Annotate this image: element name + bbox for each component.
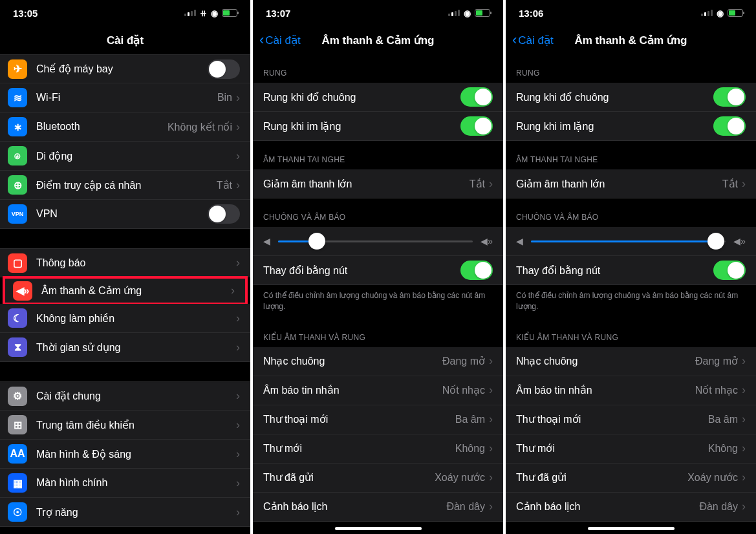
row-label: Rung khi im lặng — [516, 120, 713, 133]
toggle-switch[interactable] — [460, 261, 493, 280]
cellular-row[interactable]: ⍟Di động› — [0, 142, 250, 171]
display-row-icon: AA — [8, 444, 27, 464]
chevron-right-icon: › — [236, 341, 240, 354]
status-time: 13:05 — [13, 8, 38, 19]
sounds-row[interactable]: ◀»Âm thanh & Cảm ứng› — [3, 276, 248, 305]
sent-mail-row[interactable]: Thư đã gửiXoáy nước› — [506, 464, 756, 493]
general-row[interactable]: ⚙Cài đặt chung› — [0, 381, 250, 411]
notifications-row[interactable]: ▢Thông báo› — [0, 248, 250, 277]
row-value: Đàn dây — [699, 501, 738, 512]
chevron-right-icon: › — [742, 471, 746, 484]
row-label: Âm thanh & Cảm ứng — [41, 284, 231, 297]
row-label: VPN — [36, 208, 208, 220]
bluetooth-row[interactable]: ∗BluetoothKhông kết nối› — [0, 112, 250, 142]
homescreen-row[interactable]: ▦Màn hình chính› — [0, 469, 250, 498]
chevron-right-icon: › — [489, 354, 493, 367]
slider-thumb[interactable] — [707, 233, 724, 250]
toggle-switch[interactable] — [460, 116, 493, 136]
row-value: Đang mở — [442, 356, 485, 367]
hotspot-row[interactable]: ⊕Điểm truy cập cá nhânTắt› — [0, 171, 250, 200]
control-center-row[interactable]: ⊞Trung tâm điều khiển› — [0, 411, 250, 440]
settings-screen: 13:05 ⧺ ◉ Cài đặt ✈︎Chế độ máy bay≋Wi-Fi… — [0, 0, 250, 534]
homescreen-row-icon: ▦ — [8, 473, 27, 493]
toggle-switch[interactable] — [460, 87, 493, 107]
toggle-switch[interactable] — [713, 87, 746, 107]
chevron-right-icon: › — [236, 418, 240, 432]
dnd-row-icon: ☾ — [8, 308, 27, 328]
wifi-status-icon: ◉ — [464, 8, 471, 18]
back-button[interactable]: ‹ Cài đặt — [512, 33, 554, 47]
home-indicator[interactable] — [335, 527, 422, 530]
hotspot-row-icon: ⊕ — [8, 175, 27, 195]
volume-slider[interactable] — [278, 240, 473, 242]
chevron-right-icon: › — [489, 383, 493, 396]
reduce-loud-sounds-row[interactable]: Giảm âm thanh lớnTắt› — [253, 169, 503, 198]
row-label: Cảnh báo lịch — [516, 500, 699, 513]
chevron-right-icon: › — [236, 389, 240, 403]
row-value: Không — [455, 443, 485, 454]
row-label: Thư thoại mới — [263, 413, 455, 425]
screentime-row[interactable]: ⧗Thời gian sử dụng› — [0, 333, 250, 362]
row-value: Xoáy nước — [435, 472, 485, 483]
section-header: RUNG — [253, 54, 503, 83]
sent-mail-row[interactable]: Thư đã gửiXoáy nước› — [253, 464, 503, 493]
vibrate-on-silent-row[interactable]: Rung khi im lặng — [253, 112, 503, 141]
page-title: Âm thanh & Cảm ứng — [575, 34, 687, 47]
toggle-switch[interactable] — [208, 59, 240, 79]
vibrate-on-silent-row[interactable]: Rung khi im lặng — [506, 112, 756, 141]
bluetooth-row-icon: ∗ — [8, 117, 27, 136]
voicemail-row[interactable]: Thư thoại mớiBa âm› — [506, 405, 756, 434]
vibrate-on-ring-row[interactable]: Rung khi đổ chuông — [253, 83, 503, 112]
home-indicator[interactable] — [588, 527, 675, 530]
toggle-switch[interactable] — [713, 261, 746, 280]
row-value: Xoáy nước — [687, 472, 738, 483]
accessibility-row[interactable]: ☉Trợ năng› — [0, 498, 250, 527]
back-button[interactable]: ‹ Cài đặt — [259, 33, 301, 47]
row-label: Thư đã gửi — [263, 471, 435, 484]
chevron-right-icon: › — [231, 284, 235, 297]
cellular-row-icon: ⍟ — [8, 146, 27, 166]
chevron-right-icon: › — [742, 442, 746, 454]
general-row-icon: ⚙ — [8, 387, 27, 406]
chevron-right-icon: › — [236, 447, 240, 461]
row-value: Tắt — [217, 179, 232, 191]
slider-thumb[interactable] — [308, 233, 325, 250]
speaker-high-icon: ◀» — [733, 236, 746, 246]
change-with-buttons-row[interactable]: Thay đổi bằng nút — [253, 256, 503, 285]
volume-slider[interactable] — [531, 240, 726, 242]
change-with-buttons-row[interactable]: Thay đổi bằng nút — [506, 256, 756, 285]
calendar-row[interactable]: Cảnh báo lịchĐàn dây› — [506, 493, 756, 522]
section-footer: Có thể điều chỉnh âm lượng chuông và âm … — [253, 285, 503, 319]
calendar-row[interactable]: Cảnh báo lịchĐàn dây› — [253, 493, 503, 522]
toggle-switch[interactable] — [713, 116, 746, 136]
text-tone-row[interactable]: Âm báo tin nhắnNốt nhạc› — [253, 376, 503, 405]
toggle-switch[interactable] — [208, 204, 240, 224]
text-tone-row[interactable]: Âm báo tin nhắnNốt nhạc› — [506, 376, 756, 405]
new-mail-row[interactable]: Thư mớiKhông› — [506, 434, 756, 464]
battery-icon — [728, 9, 743, 17]
airplane-mode-row[interactable]: ✈︎Chế độ máy bay — [0, 54, 250, 83]
row-value: Bin — [217, 92, 232, 103]
airplane-mode-row-icon: ✈︎ — [8, 59, 27, 79]
voicemail-row[interactable]: Thư thoại mớiBa âm› — [253, 405, 503, 434]
ringtone-row[interactable]: Nhạc chuôngĐang mở› — [506, 347, 756, 376]
ringtone-row[interactable]: Nhạc chuôngĐang mở› — [253, 347, 503, 376]
row-label: Giảm âm thanh lớn — [516, 178, 722, 190]
dnd-row[interactable]: ☾Không làm phiền› — [0, 304, 250, 333]
reduce-loud-sounds-row[interactable]: Giảm âm thanh lớnTắt› — [506, 169, 756, 198]
row-label: Rung khi đổ chuông — [516, 91, 713, 103]
row-label: Rung khi im lặng — [263, 120, 460, 133]
wifi-icon: ⧺ — [200, 8, 207, 18]
chevron-right-icon: › — [236, 120, 240, 134]
vibrate-on-ring-row[interactable]: Rung khi đổ chuông — [506, 83, 756, 112]
row-value: Tắt — [722, 178, 738, 189]
new-mail-row[interactable]: Thư mớiKhông› — [253, 434, 503, 464]
display-row[interactable]: AAMàn hình & Độ sáng› — [0, 440, 250, 469]
wifi-row[interactable]: ≋Wi-FiBin› — [0, 83, 250, 112]
row-label: Nhạc chuông — [516, 355, 695, 367]
row-value: Nốt nhạc — [442, 385, 485, 396]
battery-icon — [222, 9, 237, 17]
row-label: Thời gian sử dụng — [36, 341, 236, 354]
row-label: Di động — [36, 150, 236, 162]
vpn-row[interactable]: VPNVPN — [0, 200, 250, 229]
